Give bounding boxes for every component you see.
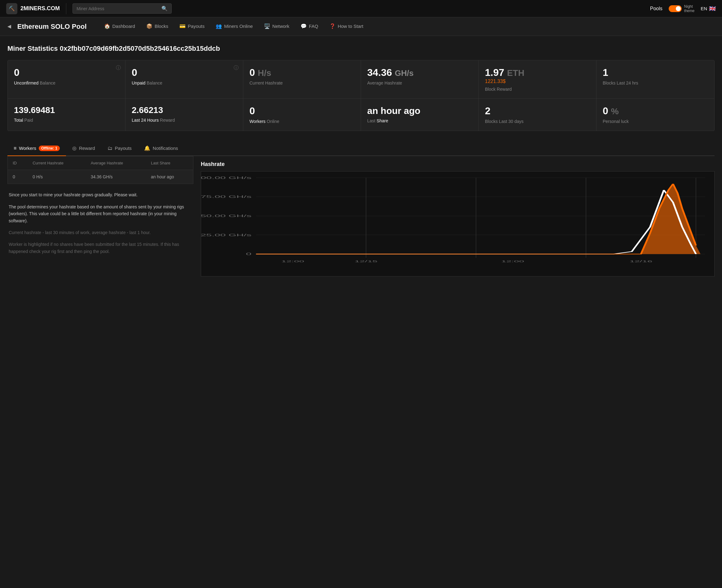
tab-workers[interactable]: ≡ Workers Offline: 1 <box>7 141 66 156</box>
pool-title: Ethereum SOLO Pool <box>17 23 87 31</box>
nav-item-faq-label: FAQ <box>309 23 318 29</box>
svg-text:25.00 GH/s: 25.00 GH/s <box>201 233 252 237</box>
reward-tab-icon: ◎ <box>72 145 77 151</box>
blocks-30d-label: Blocks Last 30 days <box>485 119 590 124</box>
last-share-label: Last Share <box>367 118 472 123</box>
nav-item-how-to-start-label: How to Start <box>338 23 363 29</box>
svg-text:100.00 GH/s: 100.00 GH/s <box>201 176 252 180</box>
how-to-start-icon: ❓ <box>329 23 336 29</box>
nav-item-faq[interactable]: 💬 FAQ <box>296 17 323 36</box>
pools-link[interactable]: Pools <box>650 6 662 12</box>
chart-container: 100.00 GH/s 75.00 GH/s 50.00 GH/s 25.00 … <box>201 171 715 276</box>
search-bar[interactable]: 🔍 <box>73 3 172 14</box>
left-panel: ID Current Hashrate Average Hashrate Las… <box>7 156 193 276</box>
stat-blocks-30d: 2 Blocks Last 30 days <box>479 99 597 131</box>
content-area: ID Current Hashrate Average Hashrate Las… <box>7 156 715 276</box>
notifications-tab-label: Notifications <box>153 146 178 151</box>
block-reward-usd: 1221.33$ <box>485 79 590 84</box>
info-section: Since you start to mine your hashrate gr… <box>7 191 193 255</box>
blocks-30d-value: 2 <box>485 106 590 117</box>
nav-item-payouts-label: Payouts <box>188 23 204 29</box>
tabs: ≡ Workers Offline: 1 ◎ Reward 🗂 Payouts … <box>7 141 715 156</box>
last-share-value: an hour ago <box>367 106 472 116</box>
current-hashrate-label: Current Hashrate <box>249 81 355 85</box>
nav-item-dashboard[interactable]: 🏠 Dashboard <box>99 17 140 36</box>
stat-total-paid: 139.69481 Total Paid <box>8 99 125 131</box>
col-current-hashrate: Current Hashrate <box>27 156 85 170</box>
nav-item-network[interactable]: 🖥️ Network <box>259 17 294 36</box>
personal-luck-label: Personal luck <box>603 119 708 124</box>
search-icon[interactable]: 🔍 <box>161 5 168 12</box>
miner-title: Miner Statistics 0x2fbb07c09d69fb2d5070d… <box>7 45 715 52</box>
stat-personal-luck: 0 % Personal luck <box>597 99 714 131</box>
unconfirmed-balance-value: 0 <box>14 67 119 78</box>
stat-blocks-24h: 1 Blocks Last 24 hrs <box>597 60 714 99</box>
col-id: ID <box>8 156 28 170</box>
info-icon-unpaid[interactable]: ⓘ <box>234 65 239 71</box>
worker-current-hashrate: 0 H/s <box>27 170 85 184</box>
svg-text:75.00 GH/s: 75.00 GH/s <box>201 195 252 199</box>
average-hashrate-label: Average Hashrate <box>367 81 472 85</box>
info-text-3: Current hashrate - last 30 minutes of wo… <box>9 229 192 236</box>
network-icon: 🖥️ <box>264 23 270 29</box>
search-input[interactable] <box>77 6 159 11</box>
nav-item-miners-online-label: Miners Online <box>224 23 253 29</box>
flag-icon: 🇬🇧 <box>709 5 716 12</box>
workers-tab-label: Workers <box>19 146 36 151</box>
last-24h-reward-value: 2.66213 <box>132 106 237 115</box>
personal-luck-value: 0 % <box>603 106 708 117</box>
stat-block-reward: 1.97 ETH 1221.33$ Block Reward <box>479 60 597 99</box>
night-theme-switch[interactable] <box>669 5 682 12</box>
stat-current-hashrate: 0 H/s Current Hashrate <box>243 60 361 99</box>
miners-online-icon: 👥 <box>216 23 222 29</box>
workers-online-value: 0 <box>249 106 355 117</box>
miner-address: 0x2fbb07c09d69fb2d5070d5b254616cc25b15dd… <box>60 45 220 52</box>
unconfirmed-balance-label: Unconfirmed Balance <box>14 81 119 85</box>
nav-item-miners-online[interactable]: 👥 Miners Online <box>211 17 258 36</box>
tab-notifications[interactable]: 🔔 Notifications <box>138 141 184 156</box>
payouts-tab-icon: 🗂 <box>107 146 113 151</box>
col-average-hashrate: Average Hashrate <box>86 156 146 170</box>
nav-item-dashboard-label: Dashboard <box>113 23 135 29</box>
svg-text:12/16: 12/16 <box>629 260 652 263</box>
current-hashrate-value: 0 H/s <box>249 67 355 78</box>
last-24h-reward-label: Last 24 Hours Reward <box>132 118 237 123</box>
night-theme-label: Night theme <box>684 4 695 13</box>
tab-payouts[interactable]: 🗂 Payouts <box>101 141 138 156</box>
stat-last-share: an hour ago Last Share <box>361 99 479 131</box>
info-icon-unconfirmed[interactable]: ⓘ <box>116 65 121 71</box>
worker-last-share: an hour ago <box>146 170 193 184</box>
svg-text:12:00: 12:00 <box>281 260 304 263</box>
dashboard-icon: 🏠 <box>104 23 110 29</box>
faq-icon: 💬 <box>301 23 307 29</box>
workers-online-label: Workers Online <box>249 119 355 124</box>
average-hashrate-value: 34.36 GH/s <box>367 67 472 78</box>
nav-item-how-to-start[interactable]: ❓ How to Start <box>324 17 368 36</box>
stat-unconfirmed-balance: ⓘ 0 Unconfirmed Balance <box>8 60 125 99</box>
main-content: Miner Statistics 0x2fbb07c09d69fb2d5070d… <box>0 36 722 285</box>
unpaid-balance-value: 0 <box>132 67 237 78</box>
nav-item-payouts[interactable]: 💳 Payouts <box>175 17 209 36</box>
workers-table: ID Current Hashrate Average Hashrate Las… <box>7 156 193 184</box>
info-text-4: Worker is highlighted if no shares have … <box>9 241 192 255</box>
total-paid-label: Total Paid <box>14 118 119 123</box>
svg-text:0: 0 <box>246 252 252 256</box>
chart-title: Hashrate <box>201 156 715 171</box>
reward-tab-label: Reward <box>79 146 95 151</box>
total-paid-value: 139.69481 <box>14 106 119 115</box>
blocks-icon: 📦 <box>146 23 153 29</box>
tab-reward[interactable]: ◎ Reward <box>66 141 101 156</box>
header-right: Pools Night theme EN 🇬🇧 <box>650 4 716 13</box>
svg-text:12:00: 12:00 <box>501 260 524 263</box>
nav-item-blocks[interactable]: 📦 Blocks <box>141 17 173 36</box>
nav-item-network-label: Network <box>273 23 289 29</box>
back-button[interactable]: ◄ <box>6 23 13 30</box>
worker-average-hashrate: 34.36 GH/s <box>86 170 146 184</box>
table-row: 0 0 H/s 34.36 GH/s an hour ago <box>8 170 193 184</box>
language-selector[interactable]: EN 🇬🇧 <box>701 5 716 12</box>
svg-text:12/15: 12/15 <box>355 260 377 263</box>
header: ⛏️ 2MINERS.COM 🔍 Pools Night theme EN 🇬🇧 <box>0 0 722 17</box>
logo-area: ⛏️ 2MINERS.COM <box>6 3 66 14</box>
unpaid-balance-label: Unpaid Balance <box>132 81 237 85</box>
workers-tab-icon: ≡ <box>14 146 16 151</box>
